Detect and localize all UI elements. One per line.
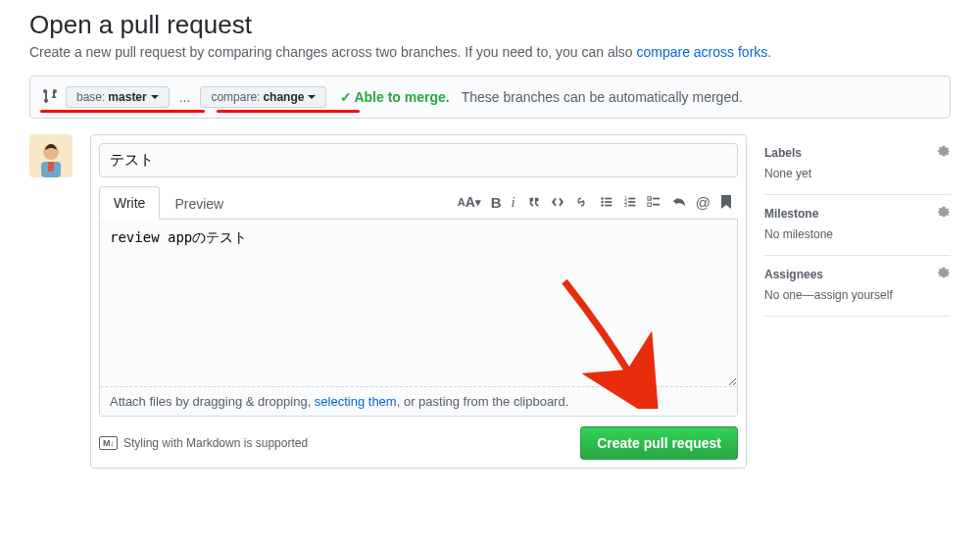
labels-title: Labels [764, 146, 802, 160]
compare-forks-link[interactable]: compare across forks. [636, 44, 771, 60]
bookmark-icon[interactable] [720, 195, 732, 209]
svg-rect-2 [48, 162, 54, 172]
page-title: Open a pull request [29, 10, 951, 40]
bullet-list-icon[interactable] [600, 195, 613, 209]
svg-rect-10 [628, 198, 635, 200]
svg-rect-8 [605, 205, 612, 207]
gear-icon[interactable] [937, 205, 951, 222]
svg-rect-4 [605, 198, 612, 200]
compare-bar: base: master ... compare: change ✓Able t… [29, 75, 951, 119]
svg-rect-14 [628, 205, 635, 207]
number-list-icon[interactable]: 123 [623, 195, 637, 209]
avatar [29, 134, 73, 177]
compare-label: compare: [211, 90, 260, 104]
assignees-text: No one— [764, 288, 814, 302]
merge-status-text: Able to merge. [354, 89, 449, 105]
svg-point-5 [601, 201, 604, 204]
create-pull-request-button[interactable]: Create pull request [580, 426, 738, 460]
tab-write[interactable]: Write [99, 186, 160, 220]
milestone-section: Milestone No milestone [764, 195, 951, 256]
branch-dots: ... [177, 89, 193, 105]
attach-text-pre: Attach files by dragging & dropping, [110, 394, 315, 409]
pr-title-input[interactable] [99, 143, 738, 177]
svg-rect-17 [648, 203, 652, 207]
base-label: base: [76, 90, 105, 104]
assign-yourself-link[interactable]: assign yourself [814, 288, 893, 302]
annotation-underline [40, 110, 205, 113]
svg-text:3: 3 [624, 202, 627, 208]
task-list-icon[interactable] [647, 195, 661, 209]
editor-toolbar: AA▾ B i 123 @ [458, 194, 738, 211]
caret-down-icon [151, 95, 159, 99]
markdown-hint[interactable]: M↓ Styling with Markdown is supported [99, 436, 308, 450]
merge-status: ✓Able to merge. [340, 89, 449, 105]
caret-down-icon [308, 95, 316, 99]
editor-footer: M↓ Styling with Markdown is supported Cr… [99, 426, 738, 460]
svg-point-7 [601, 204, 604, 207]
compare-value: change [263, 90, 304, 104]
markdown-icon: M↓ [99, 436, 118, 450]
annotation-underline [217, 110, 360, 113]
subtitle-text: Create a new pull request by comparing c… [29, 44, 636, 60]
pr-editor: Write Preview AA▾ B i 123 [90, 134, 747, 469]
create-pr-label: Create pull request [597, 435, 721, 451]
svg-rect-18 [653, 204, 660, 206]
pr-body-textarea[interactable] [100, 220, 737, 386]
editor-tabs: Write Preview AA▾ B i 123 [99, 185, 738, 220]
link-icon[interactable] [574, 195, 588, 209]
svg-point-3 [601, 197, 604, 200]
italic-icon[interactable]: i [512, 194, 515, 211]
assignees-title: Assignees [764, 268, 823, 281]
attach-select-link[interactable]: selecting them [315, 394, 397, 409]
merge-note: These branches can be automatically merg… [462, 89, 743, 105]
code-icon[interactable] [551, 195, 564, 209]
gear-icon[interactable] [937, 266, 951, 282]
page-subtitle: Create a new pull request by comparing c… [29, 44, 951, 60]
compare-branch-button[interactable]: compare: change [200, 86, 326, 108]
svg-rect-12 [628, 201, 635, 203]
labels-section: Labels None yet [764, 134, 951, 195]
bold-icon[interactable]: B [491, 194, 502, 211]
assignees-body: No one—assign yourself [764, 288, 951, 302]
svg-rect-6 [605, 201, 612, 203]
milestone-title: Milestone [764, 207, 818, 221]
reply-icon[interactable] [672, 195, 686, 209]
tab-preview[interactable]: Preview [160, 187, 238, 220]
quote-icon[interactable] [527, 195, 541, 209]
base-branch-button[interactable]: base: master [66, 86, 170, 108]
git-compare-icon [42, 88, 58, 107]
attach-bar[interactable]: Attach files by dragging & dropping, sel… [100, 386, 737, 416]
check-icon: ✓ [340, 89, 352, 105]
svg-rect-16 [653, 198, 660, 200]
assignees-section: Assignees No one—assign yourself [764, 256, 951, 317]
heading-icon[interactable]: AA▾ [458, 194, 481, 210]
markdown-hint-text: Styling with Markdown is supported [123, 436, 308, 450]
milestone-body: No milestone [764, 227, 951, 241]
gear-icon[interactable] [937, 144, 951, 161]
body-wrap: Attach files by dragging & dropping, sel… [99, 220, 738, 417]
sidebar: Labels None yet Milestone No milestone A… [764, 134, 951, 317]
labels-body: None yet [764, 167, 951, 180]
attach-text-post: , or pasting from the clipboard. [397, 394, 569, 409]
base-value: master [108, 90, 146, 104]
mention-icon[interactable]: @ [696, 194, 710, 211]
